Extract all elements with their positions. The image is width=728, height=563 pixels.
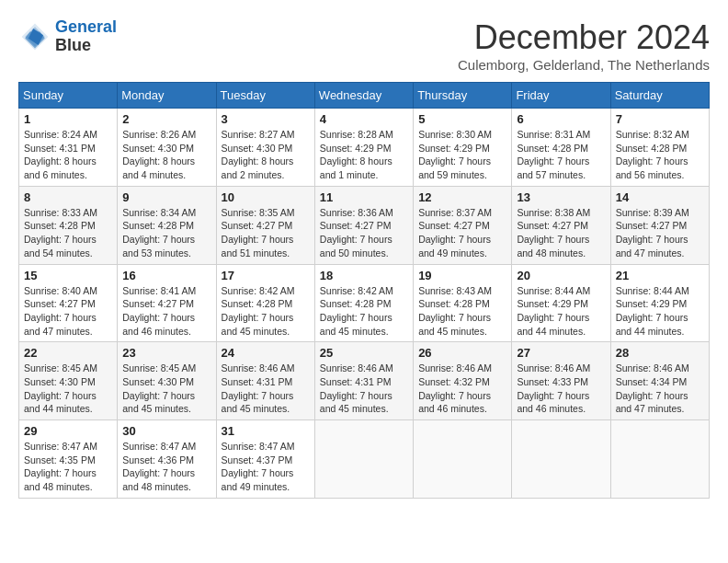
day-info: Sunrise: 8:27 AMSunset: 4:30 PMDaylight:… — [222, 128, 310, 182]
day-number: 16 — [122, 269, 210, 282]
calendar-cell: 9Sunrise: 8:34 AMSunset: 4:28 PMDaylight… — [118, 186, 216, 264]
column-header-tuesday: Tuesday — [216, 83, 314, 109]
day-info: Sunrise: 8:46 AMSunset: 4:31 PMDaylight:… — [320, 362, 408, 416]
day-number: 7 — [616, 112, 704, 126]
calendar-cell: 7Sunrise: 8:32 AMSunset: 4:28 PMDaylight… — [610, 109, 709, 187]
calendar-cell: 2Sunrise: 8:26 AMSunset: 4:30 PMDaylight… — [118, 109, 216, 187]
calendar-cell — [314, 420, 413, 499]
month-title: December 2024 — [458, 18, 710, 57]
day-number: 27 — [517, 346, 605, 360]
day-number: 2 — [122, 112, 210, 126]
day-info: Sunrise: 8:45 AMSunset: 4:30 PMDaylight:… — [24, 362, 112, 416]
day-info: Sunrise: 8:31 AMSunset: 4:28 PMDaylight:… — [517, 128, 605, 182]
day-number: 3 — [222, 112, 310, 126]
day-number: 18 — [320, 269, 408, 282]
day-number: 14 — [616, 190, 704, 204]
calendar-cell: 22Sunrise: 8:45 AMSunset: 4:30 PMDayligh… — [19, 342, 118, 420]
day-info: Sunrise: 8:46 AMSunset: 4:31 PMDaylight:… — [222, 362, 310, 416]
day-number: 15 — [24, 269, 112, 282]
calendar-cell: 21Sunrise: 8:44 AMSunset: 4:29 PMDayligh… — [610, 264, 709, 342]
logo-icon — [18, 20, 51, 53]
day-number: 23 — [122, 346, 210, 360]
day-number: 5 — [418, 112, 506, 126]
calendar-cell — [414, 420, 512, 499]
title-block: December 2024 Culemborg, Gelderland, The… — [458, 18, 710, 73]
day-info: Sunrise: 8:38 AMSunset: 4:27 PMDaylight:… — [517, 206, 605, 260]
day-info: Sunrise: 8:46 AMSunset: 4:33 PMDaylight:… — [517, 362, 605, 416]
location-subtitle: Culemborg, Gelderland, The Netherlands — [458, 57, 710, 73]
day-number: 12 — [418, 190, 506, 204]
calendar-week-4: 22Sunrise: 8:45 AMSunset: 4:30 PMDayligh… — [19, 342, 710, 420]
day-info: Sunrise: 8:24 AMSunset: 4:31 PMDaylight:… — [24, 128, 112, 182]
day-number: 8 — [24, 190, 112, 204]
column-header-saturday: Saturday — [610, 83, 709, 109]
calendar-cell: 30Sunrise: 8:47 AMSunset: 4:36 PMDayligh… — [118, 420, 216, 499]
day-number: 17 — [222, 269, 310, 282]
day-number: 22 — [24, 346, 112, 360]
day-number: 31 — [222, 424, 310, 438]
day-info: Sunrise: 8:47 AMSunset: 4:37 PMDaylight:… — [222, 440, 310, 494]
day-info: Sunrise: 8:46 AMSunset: 4:32 PMDaylight:… — [418, 362, 506, 416]
day-info: Sunrise: 8:36 AMSunset: 4:27 PMDaylight:… — [320, 206, 408, 260]
day-info: Sunrise: 8:26 AMSunset: 4:30 PMDaylight:… — [122, 128, 210, 182]
day-info: Sunrise: 8:37 AMSunset: 4:27 PMDaylight:… — [418, 206, 506, 260]
day-number: 19 — [418, 269, 506, 282]
day-info: Sunrise: 8:32 AMSunset: 4:28 PMDaylight:… — [616, 128, 704, 182]
day-info: Sunrise: 8:30 AMSunset: 4:29 PMDaylight:… — [418, 128, 506, 182]
calendar-header-row: SundayMondayTuesdayWednesdayThursdayFrid… — [19, 83, 710, 109]
day-number: 28 — [616, 346, 704, 360]
column-header-wednesday: Wednesday — [314, 83, 413, 109]
calendar-cell: 1Sunrise: 8:24 AMSunset: 4:31 PMDaylight… — [19, 109, 118, 187]
column-header-friday: Friday — [512, 83, 610, 109]
calendar-cell: 4Sunrise: 8:28 AMSunset: 4:29 PMDaylight… — [314, 109, 413, 187]
day-info: Sunrise: 8:45 AMSunset: 4:30 PMDaylight:… — [122, 362, 210, 416]
logo-line2: Blue — [55, 37, 117, 55]
day-number: 26 — [418, 346, 506, 360]
day-number: 1 — [24, 112, 112, 126]
calendar-cell: 26Sunrise: 8:46 AMSunset: 4:32 PMDayligh… — [414, 342, 512, 420]
calendar-cell: 19Sunrise: 8:43 AMSunset: 4:28 PMDayligh… — [414, 264, 512, 342]
calendar-cell: 20Sunrise: 8:44 AMSunset: 4:29 PMDayligh… — [512, 264, 610, 342]
calendar-cell: 25Sunrise: 8:46 AMSunset: 4:31 PMDayligh… — [314, 342, 413, 420]
calendar-cell: 27Sunrise: 8:46 AMSunset: 4:33 PMDayligh… — [512, 342, 610, 420]
day-number: 21 — [616, 269, 704, 282]
logo: General Blue — [18, 18, 117, 55]
calendar-cell: 8Sunrise: 8:33 AMSunset: 4:28 PMDaylight… — [19, 186, 118, 264]
day-number: 11 — [320, 190, 408, 204]
day-info: Sunrise: 8:41 AMSunset: 4:27 PMDaylight:… — [122, 284, 210, 339]
calendar-cell: 12Sunrise: 8:37 AMSunset: 4:27 PMDayligh… — [414, 186, 512, 264]
day-info: Sunrise: 8:44 AMSunset: 4:29 PMDaylight:… — [517, 284, 605, 339]
calendar-cell: 15Sunrise: 8:40 AMSunset: 4:27 PMDayligh… — [19, 264, 118, 342]
day-info: Sunrise: 8:44 AMSunset: 4:29 PMDaylight:… — [616, 284, 704, 339]
day-info: Sunrise: 8:33 AMSunset: 4:28 PMDaylight:… — [24, 206, 112, 260]
day-number: 29 — [24, 424, 112, 438]
day-number: 9 — [122, 190, 210, 204]
day-info: Sunrise: 8:43 AMSunset: 4:28 PMDaylight:… — [418, 284, 506, 339]
calendar-cell: 3Sunrise: 8:27 AMSunset: 4:30 PMDaylight… — [216, 109, 314, 187]
day-number: 25 — [320, 346, 408, 360]
day-info: Sunrise: 8:46 AMSunset: 4:34 PMDaylight:… — [616, 362, 704, 416]
calendar-cell — [512, 420, 610, 499]
calendar-cell: 31Sunrise: 8:47 AMSunset: 4:37 PMDayligh… — [216, 420, 314, 499]
calendar-cell: 23Sunrise: 8:45 AMSunset: 4:30 PMDayligh… — [118, 342, 216, 420]
calendar-week-5: 29Sunrise: 8:47 AMSunset: 4:35 PMDayligh… — [19, 420, 710, 499]
day-info: Sunrise: 8:42 AMSunset: 4:28 PMDaylight:… — [222, 284, 310, 339]
calendar-week-3: 15Sunrise: 8:40 AMSunset: 4:27 PMDayligh… — [19, 264, 710, 342]
calendar-cell: 16Sunrise: 8:41 AMSunset: 4:27 PMDayligh… — [118, 264, 216, 342]
day-info: Sunrise: 8:47 AMSunset: 4:35 PMDaylight:… — [24, 440, 112, 494]
logo-text: General Blue — [55, 18, 117, 55]
day-number: 30 — [122, 424, 210, 438]
page-header: General Blue December 2024 Culemborg, Ge… — [18, 18, 710, 73]
calendar-week-2: 8Sunrise: 8:33 AMSunset: 4:28 PMDaylight… — [19, 186, 710, 264]
day-info: Sunrise: 8:28 AMSunset: 4:29 PMDaylight:… — [320, 128, 408, 182]
calendar-cell: 29Sunrise: 8:47 AMSunset: 4:35 PMDayligh… — [19, 420, 118, 499]
calendar-cell — [610, 420, 709, 499]
calendar-cell: 10Sunrise: 8:35 AMSunset: 4:27 PMDayligh… — [216, 186, 314, 264]
calendar-cell: 18Sunrise: 8:42 AMSunset: 4:28 PMDayligh… — [314, 264, 413, 342]
calendar-cell: 13Sunrise: 8:38 AMSunset: 4:27 PMDayligh… — [512, 186, 610, 264]
day-info: Sunrise: 8:34 AMSunset: 4:28 PMDaylight:… — [122, 206, 210, 260]
calendar-cell: 14Sunrise: 8:39 AMSunset: 4:27 PMDayligh… — [610, 186, 709, 264]
column-header-thursday: Thursday — [414, 83, 512, 109]
column-header-sunday: Sunday — [19, 83, 118, 109]
day-number: 10 — [222, 190, 310, 204]
